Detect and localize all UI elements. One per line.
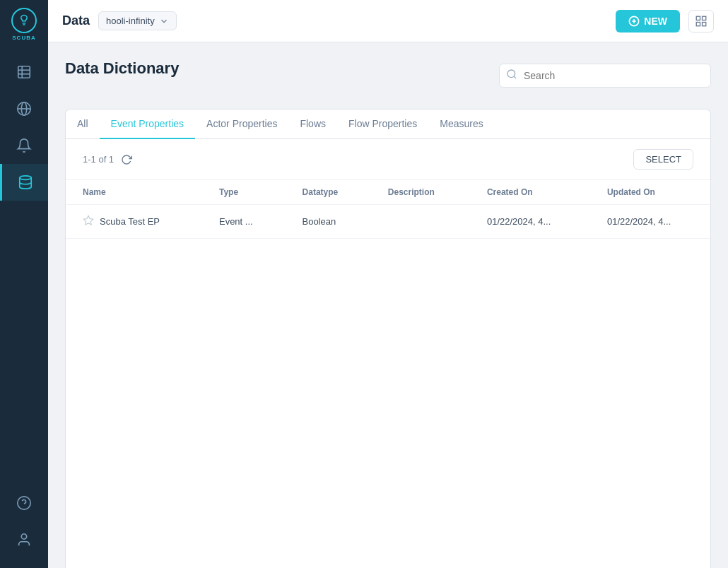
new-button[interactable]: NEW bbox=[616, 10, 680, 32]
workspace-dropdown[interactable]: hooli-infinity bbox=[98, 11, 177, 30]
svg-point-10 bbox=[21, 534, 26, 539]
col-header-datatype: Datatype bbox=[286, 180, 371, 205]
col-header-type: Type bbox=[202, 180, 286, 205]
svg-rect-14 bbox=[696, 16, 700, 20]
main-content: Data hooli-infinity NEW bbox=[48, 0, 728, 568]
data-table: Name Type Datatype Description bbox=[66, 180, 710, 239]
data-dictionary-card: All Event Properties Actor Properties Fl… bbox=[65, 109, 711, 568]
sidebar: SCUBA bbox=[0, 0, 48, 568]
tab-flow-properties[interactable]: Flow Properties bbox=[337, 110, 428, 139]
sidebar-nav bbox=[0, 48, 48, 486]
col-header-updated-on: Updated On bbox=[590, 180, 710, 205]
header: Data hooli-infinity NEW bbox=[48, 0, 728, 42]
cell-created-on: 01/22/2024, 4... bbox=[470, 205, 590, 239]
cell-datatype: Boolean bbox=[286, 205, 371, 239]
tab-measures[interactable]: Measures bbox=[428, 110, 494, 139]
search-icon bbox=[506, 69, 517, 83]
workspace-name: hooli-infinity bbox=[106, 16, 155, 26]
star-icon bbox=[83, 215, 94, 226]
tab-event-properties[interactable]: Event Properties bbox=[100, 110, 196, 139]
header-title: Data bbox=[62, 13, 90, 28]
logo-text: SCUBA bbox=[12, 35, 35, 41]
sidebar-item-tables[interactable] bbox=[0, 54, 48, 90]
sidebar-item-globe[interactable] bbox=[0, 90, 48, 127]
tab-all[interactable]: All bbox=[66, 110, 100, 139]
col-header-created-on: Created On bbox=[470, 180, 590, 205]
cell-description bbox=[371, 205, 470, 239]
svg-rect-15 bbox=[703, 16, 706, 20]
col-header-description: Description bbox=[371, 180, 470, 205]
table-area: 1-1 of 1 SELECT bbox=[66, 139, 710, 568]
cell-updated-on: 01/22/2024, 4... bbox=[590, 205, 710, 239]
logo[interactable]: SCUBA bbox=[0, 0, 48, 48]
sidebar-item-user[interactable] bbox=[0, 523, 48, 557]
content-area: Data Dictionary All Event Properti bbox=[48, 42, 728, 568]
svg-rect-17 bbox=[703, 22, 706, 25]
star-button[interactable] bbox=[83, 215, 94, 228]
sidebar-item-notifications[interactable] bbox=[0, 127, 48, 164]
cell-name: Scuba Test EP bbox=[66, 205, 202, 239]
search-container bbox=[499, 64, 711, 88]
select-button[interactable]: SELECT bbox=[633, 149, 693, 170]
count-label: 1-1 of 1 bbox=[83, 154, 114, 165]
new-button-label: NEW bbox=[644, 16, 667, 27]
refresh-button[interactable] bbox=[121, 154, 132, 165]
chevron-down-icon bbox=[159, 16, 169, 26]
sidebar-item-database[interactable] bbox=[0, 164, 48, 201]
refresh-icon bbox=[121, 154, 132, 165]
grid-icon bbox=[695, 15, 708, 28]
col-header-name: Name bbox=[66, 180, 202, 205]
table-row[interactable]: Scuba Test EP Event ... Boolean 01/22/20… bbox=[66, 205, 710, 239]
svg-marker-20 bbox=[83, 215, 93, 225]
svg-point-18 bbox=[507, 70, 515, 78]
cell-type: Event ... bbox=[202, 205, 286, 239]
svg-rect-16 bbox=[696, 22, 700, 25]
content-header: Data Dictionary bbox=[65, 59, 711, 92]
search-input[interactable] bbox=[499, 64, 711, 88]
svg-rect-0 bbox=[18, 66, 30, 78]
tabs-bar: All Event Properties Actor Properties Fl… bbox=[65, 110, 711, 139]
tab-actor-properties[interactable]: Actor Properties bbox=[195, 110, 288, 139]
sidebar-item-help[interactable] bbox=[0, 486, 48, 520]
tab-flows[interactable]: Flows bbox=[288, 110, 337, 139]
table-meta: 1-1 of 1 SELECT bbox=[66, 139, 710, 180]
page-title: Data Dictionary bbox=[65, 59, 179, 78]
table-count: 1-1 of 1 bbox=[83, 154, 132, 165]
table-header-row: Name Type Datatype Description bbox=[66, 180, 710, 205]
plus-circle-icon bbox=[628, 16, 640, 27]
logo-icon bbox=[11, 8, 37, 33]
sidebar-bottom bbox=[0, 486, 48, 568]
svg-line-19 bbox=[514, 76, 516, 78]
svg-point-8 bbox=[18, 497, 30, 509]
grid-view-button[interactable] bbox=[688, 10, 714, 32]
svg-point-7 bbox=[19, 176, 31, 180]
